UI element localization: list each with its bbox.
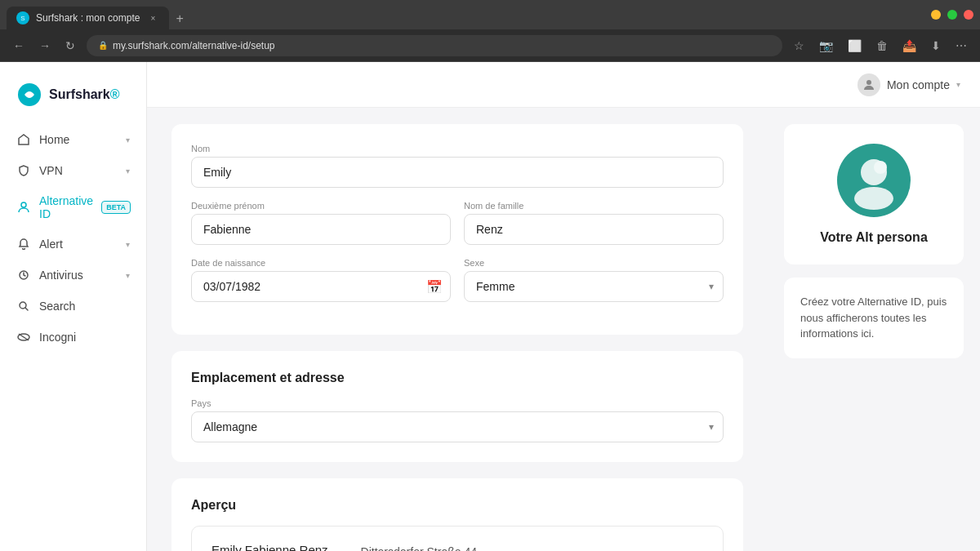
pays-field: Pays Allemagne France Espagne ▾ [191,398,724,442]
preview-row: Emily Fabienne Renz 03/07/1982 Dittersdo… [212,543,703,551]
sexe-label: Sexe [464,258,724,268]
browser-tab[interactable]: S Surfshark : mon compte × [7,7,169,29]
pays-label: Pays [191,398,724,408]
account-chevron-icon: ▾ [956,80,960,89]
sexe-field: Sexe Femme Homme ▾ [464,258,724,302]
new-tab-button[interactable]: + [169,8,189,29]
info-card: Créez votre Alternative ID, puis nous af… [784,278,964,358]
sidebar-item-vpn[interactable]: VPN ▾ [0,155,146,186]
back-button[interactable]: ← [10,36,28,56]
url-text: my.surfshark.com/alternative-id/setup [113,40,275,51]
sidebar-item-home[interactable]: Home ▾ [0,124,146,155]
sexe-select[interactable]: Femme Homme [464,271,724,302]
date-input-wrapper: 📅 [191,271,451,302]
sidebar-item-antivirus[interactable]: Antivirus ▾ [0,260,146,291]
preview-full-name: Emily Fabienne Renz [212,543,328,551]
vpn-chevron-icon: ▾ [126,167,130,176]
address-bar[interactable]: 🔒 my.surfshark.com/alternative-id/setup [87,35,782,56]
search-icon [16,299,31,313]
nom-input[interactable] [191,157,724,188]
nom-famille-input[interactable] [464,214,724,245]
account-label: Mon compte [887,78,950,91]
sidebar-item-label-vpn: VPN [39,164,118,177]
home-chevron-icon: ▾ [126,136,130,144]
minimize-button[interactable] [931,10,941,20]
star-icon[interactable]: ☆ [791,36,808,56]
sidebar-item-search[interactable]: Search [0,291,146,322]
home-icon [16,132,31,147]
name-row: Deuxième prénom Nom de famille [191,201,724,245]
menu-icon[interactable]: ⋯ [952,36,970,56]
form-section-location: Emplacement et adresse Pays Allemagne Fr… [172,351,743,462]
screenshot-icon[interactable]: ⬜ [844,36,865,56]
apercu-title: Aperçu [191,498,724,513]
sidebar-item-label-antivirus: Antivirus [39,269,118,282]
sidebar-item-incogni[interactable]: Incogni [0,322,146,353]
preview-box: Emily Fabienne Renz 03/07/1982 Dittersdo… [191,526,724,551]
date-naissance-input[interactable] [191,271,451,302]
tab-close-button[interactable]: × [146,11,159,24]
vpn-shield-icon [16,163,31,178]
account-icon [858,73,880,96]
app-container: Surfshark® Home ▾ VPN ▾ Alternative ID B… [0,62,980,551]
sexe-select-wrapper: Femme Homme ▾ [464,271,724,302]
preview-street: Dittersdorfer Straße 44 [361,543,477,551]
svg-point-8 [854,187,893,210]
svg-point-6 [866,80,871,85]
beta-badge: BETA [101,201,131,214]
tab-bar: S Surfshark : mon compte × + [7,0,190,29]
bell-icon [16,237,31,251]
sidebar-item-label-home: Home [39,133,118,146]
maximize-button[interactable] [947,10,957,20]
date-naissance-field: Date de naissance 📅 [191,258,451,302]
pays-select[interactable]: Allemagne France Espagne [191,411,724,442]
top-bar: Mon compte ▾ [147,62,980,108]
surfshark-logo-icon [16,82,42,108]
content-area: Nom Deuxième prénom Nom de famille [147,108,768,551]
sidebar-item-alternative-id[interactable]: Alternative ID BETA [0,186,146,229]
nom-famille-field: Nom de famille [464,201,724,245]
svg-point-9 [874,161,887,174]
sidebar-item-alert[interactable]: Alert ▾ [0,229,146,260]
nom-label: Nom [191,144,724,153]
sidebar-item-label-search: Search [39,300,130,313]
pays-select-wrapper: Allemagne France Espagne ▾ [191,411,724,442]
sidebar-item-label-alert: Alert [39,238,118,251]
form-section-name: Nom Deuxième prénom Nom de famille [172,124,743,335]
app-wrapper: Mon compte ▾ Nom Deuxième prénom [147,62,980,551]
account-button[interactable]: Mon compte ▾ [858,73,960,96]
svg-point-1 [21,202,26,207]
deuxieme-prenom-label: Deuxième prénom [191,201,451,211]
persona-card: Votre Alt persona [784,124,964,264]
antivirus-chevron-icon: ▾ [126,271,130,280]
nom-famille-label: Nom de famille [464,201,724,211]
reload-button[interactable]: ↻ [62,36,78,56]
sidebar-item-label-alt-id: Alternative ID [39,194,93,220]
trash-icon[interactable]: 🗑 [873,36,891,56]
tab-favicon: S [16,11,29,24]
preview-col-right: Dittersdorfer Straße 44 Amtsberg 09439 G… [361,543,477,551]
persona-card-title: Votre Alt persona [800,230,947,245]
main-content: Nom Deuxième prénom Nom de famille [147,108,980,551]
alert-chevron-icon: ▾ [126,240,130,249]
window-close-button[interactable] [964,10,973,20]
camera-icon[interactable]: 📷 [816,36,836,56]
browser-addressbar: ← → ↻ 🔒 my.surfshark.com/alternative-id/… [0,29,980,62]
download-icon[interactable]: ⬇ [928,36,944,56]
form-section-apercu: Aperçu Emily Fabienne Renz 03/07/1982 Di… [172,478,743,551]
calendar-icon: 📅 [426,279,443,295]
forward-button[interactable]: → [36,36,54,56]
person-icon [16,200,31,215]
incogni-icon [16,330,31,344]
deuxieme-prenom-input[interactable] [191,214,451,245]
date-naissance-label: Date de naissance [191,258,451,268]
persona-avatar [837,144,911,217]
tab-title: Surfshark : mon compte [36,12,140,24]
sidebar: Surfshark® Home ▾ VPN ▾ Alternative ID B… [0,62,147,551]
share-icon[interactable]: 📤 [899,36,920,56]
preview-col-left: Emily Fabienne Renz 03/07/1982 [212,543,328,551]
section-emplacement-title: Emplacement et adresse [191,371,724,385]
logo-text: Surfshark® [49,87,120,102]
deuxieme-prenom-field: Deuxième prénom [191,201,451,245]
dob-sex-row: Date de naissance 📅 Sexe Femme [191,258,724,302]
